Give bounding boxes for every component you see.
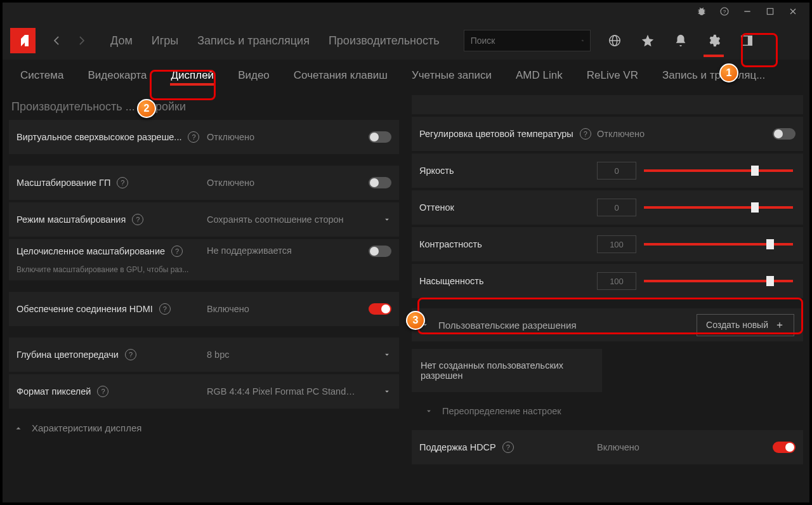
row-hdcp: Поддержка HDCP? Включено [412,430,803,464]
row-hdmi: Обеспечение соединения HDMI? Включено [9,292,399,326]
contrast-value[interactable]: 100 [597,235,636,253]
intscale-label: Целочисленное масштабирование [16,246,165,256]
create-new-button[interactable]: Создать новый＋ [697,314,794,336]
saturation-slider[interactable] [644,280,793,282]
colortemp-value: Отключено [597,129,764,139]
row-contrast: Контрастность 100 [412,227,803,261]
vsr-label: Виртуальное сверхвысокое разреше... [16,132,181,142]
row-cut-header [412,95,803,114]
row-depth: Глубина цветопередачи? 8 bpc [9,338,399,372]
help-icon[interactable]: ? [188,131,199,143]
vsr-value: Отключено [207,132,360,142]
help-icon[interactable]: ? [502,442,514,453]
pixfmt-label: Формат пикселей [16,386,91,397]
hdmi-toggle[interactable] [369,303,391,315]
row-intscale: Целочисленное масштабирование? Включите … [9,239,399,280]
row-display-chars[interactable]: Характеристики дисплея [9,411,399,445]
nav-home[interactable]: Дом [102,29,141,53]
hdcp-toggle[interactable] [773,442,796,453]
subtab-accounts[interactable]: Учетные записи [402,63,502,88]
svg-rect-2 [744,11,750,11]
contrast-slider[interactable] [644,243,793,246]
brightness-slider[interactable] [644,169,793,172]
subtab-relive[interactable]: ReLive VR [577,63,648,88]
web-icon[interactable] [603,29,626,52]
pixfmt-dropdown[interactable] [360,387,391,396]
bell-icon[interactable] [669,29,692,52]
search-icon [582,35,584,46]
close-icon[interactable] [788,6,798,18]
subtab-gpu[interactable]: Видеокарта [77,63,157,88]
scalemode-dropdown[interactable] [360,215,391,224]
help-icon[interactable]: ? [159,303,171,315]
svg-rect-3 [767,8,773,14]
gpuscale-label: Масштабирование ГП [16,178,110,188]
scalemode-value: Сохранять соотношение сторон [207,214,360,225]
search-box[interactable] [464,30,591,51]
tint-slider[interactable] [644,206,793,209]
vsr-toggle[interactable] [369,131,391,143]
row-colortemp: Регулировка цветовой температуры? Отключ… [412,117,803,151]
colortemp-toggle[interactable] [773,128,796,140]
subtab-amdlink[interactable]: AMD Link [506,63,573,88]
subtab-hotkeys[interactable]: Сочетания клавиш [284,63,398,88]
depth-value: 8 bpc [207,350,360,360]
sidebar-toggle-icon[interactable] [735,29,758,52]
tint-value[interactable]: 0 [597,199,636,216]
marker-3: 3 [406,311,425,330]
row-override[interactable]: Переопределение настроек [412,400,803,423]
subtab-video[interactable]: Видео [228,63,280,88]
subtab-system[interactable]: Система [10,63,74,88]
back-button[interactable] [46,30,67,51]
custom-res-label: Пользовательские разрешения [438,320,688,331]
brightness-label: Яркость [419,166,454,176]
window-titlebar: ? [3,3,809,22]
help-icon[interactable]: ? [132,214,143,225]
nav-games[interactable]: Игры [143,29,187,53]
bug-icon[interactable] [697,6,707,18]
row-vsr: Виртуальное сверхвысокое разреше...? Отк… [9,120,399,154]
nav-performance[interactable]: Производительность [320,29,449,53]
marker-2: 2 [137,99,156,118]
help-icon[interactable]: ? [117,177,128,188]
gpuscale-toggle[interactable] [369,177,391,188]
help-icon[interactable]: ? [719,6,730,18]
depth-dropdown[interactable] [360,350,391,359]
saturation-label: Насыщенность [419,276,484,286]
intscale-value: Не поддерживается [207,246,360,256]
forward-button[interactable] [71,30,93,51]
pixfmt-value: RGB 4:4:4 Pixel Format PC Standar... [207,386,360,397]
svg-text:?: ? [723,8,726,14]
row-custom-resolutions[interactable]: Пользовательские разрешения Создать новы… [412,308,803,341]
no-custom-res-msg: Нет созданных пользовательских разрешен [412,349,602,392]
brightness-value[interactable]: 0 [597,162,636,180]
star-icon[interactable] [636,29,659,52]
help-icon[interactable]: ? [125,349,136,360]
maximize-icon[interactable] [765,6,775,18]
svg-rect-7 [747,36,751,46]
row-scalemode: Режим масштабирования? Сохранять соотнош… [9,202,399,237]
minimize-icon[interactable] [742,6,752,18]
help-icon[interactable]: ? [580,128,591,140]
override-label: Переопределение настроек [442,406,561,416]
colortemp-label: Регулировка цветовой температуры [419,129,573,139]
subtab-display[interactable]: Дисплей [161,63,225,88]
plus-icon: ＋ [775,318,785,332]
hdcp-value: Включено [597,442,764,452]
subtab-stream[interactable]: Запись и трансляц... [652,63,775,88]
saturation-value[interactable]: 100 [597,272,636,290]
main-toolbar: Дом Игры Запись и трансляция Производите… [3,22,809,60]
search-input[interactable] [471,36,582,46]
intscale-toggle[interactable] [369,246,391,257]
right-column: Регулировка цветовой температуры? Отключ… [405,91,809,502]
row-brightness: Яркость 0 [412,154,803,188]
hdmi-label: Обеспечение соединения HDMI [16,304,153,314]
contrast-label: Контрастность [419,239,482,249]
settings-icon[interactable] [702,29,725,52]
row-tint: Оттенок 0 [412,190,803,225]
help-icon[interactable]: ? [171,246,183,257]
nav-stream[interactable]: Запись и трансляция [188,29,318,53]
row-pixfmt: Формат пикселей? RGB 4:4:4 Pixel Format … [9,374,399,409]
marker-1: 1 [719,63,738,82]
help-icon[interactable]: ? [97,386,108,397]
